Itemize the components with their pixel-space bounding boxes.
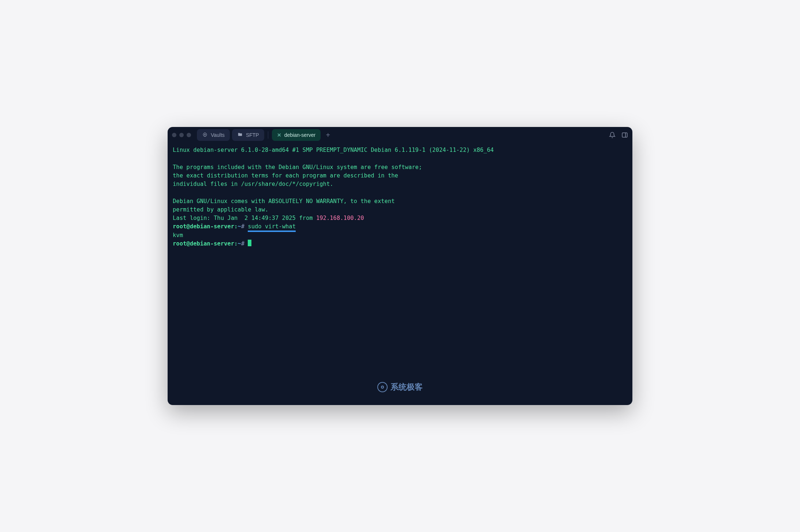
motd-text: Debian GNU/Linux comes with ABSOLUTELY N… [173,198,395,205]
watermark-text: 系统极客 [390,382,423,393]
prompt-hash: # [241,240,248,247]
close-tab-icon[interactable]: ✕ [277,132,281,138]
tab-vaults[interactable]: Vaults [197,129,230,141]
motd-text: permitted by applicable law. [173,206,268,213]
vaults-icon [202,132,208,138]
motd-text: individual files in /usr/share/doc/*/cop… [173,181,333,187]
last-login-text: Last login: Thu Jan 2 14:49:37 2025 from [173,215,316,221]
prompt-sep: : [234,240,238,247]
last-login-ip: 192.168.100.20 [316,215,364,221]
watermark-logo-icon [377,382,388,392]
panel-icon[interactable] [621,132,628,138]
folder-icon [237,132,243,138]
prompt-sep: : [234,223,238,230]
terminal-window: Vaults SFTP ✕ debian-server + Linux debi… [168,127,632,405]
window-controls [172,133,191,137]
close-window-button[interactable] [172,133,176,137]
prompt-path: ~ [238,223,241,230]
tabs-container: Vaults SFTP ✕ debian-server + [197,129,606,141]
prompt-hash: # [241,223,248,230]
bell-icon[interactable] [609,132,616,138]
titlebar-right [609,132,628,138]
tab-sftp[interactable]: SFTP [232,129,264,141]
tab-divider [268,131,268,139]
svg-rect-4 [622,133,627,137]
command-text: sudo virt-what [248,223,296,232]
motd-text: Linux debian-server 6.1.0-28-amd64 #1 SM… [173,147,494,153]
prompt-user: root@debian-server [173,223,234,230]
svg-point-1 [204,134,206,135]
watermark: 系统极客 [377,382,423,393]
prompt-path: ~ [238,240,241,247]
maximize-window-button[interactable] [187,133,191,137]
tab-debian-server[interactable]: ✕ debian-server [272,129,321,141]
titlebar: Vaults SFTP ✕ debian-server + [168,127,632,143]
terminal-output[interactable]: Linux debian-server 6.1.0-28-amd64 #1 SM… [168,143,632,405]
new-tab-button[interactable]: + [323,130,333,140]
tab-label: debian-server [284,132,316,138]
prompt-user: root@debian-server [173,240,234,247]
tab-label: SFTP [246,132,259,138]
tab-label: Vaults [211,132,225,138]
command-output: kvm [173,232,183,239]
cursor-icon [248,240,251,246]
motd-text: the exact distribution terms for each pr… [173,172,398,179]
motd-text: The programs included with the Debian GN… [173,164,422,171]
minimize-window-button[interactable] [179,133,184,137]
